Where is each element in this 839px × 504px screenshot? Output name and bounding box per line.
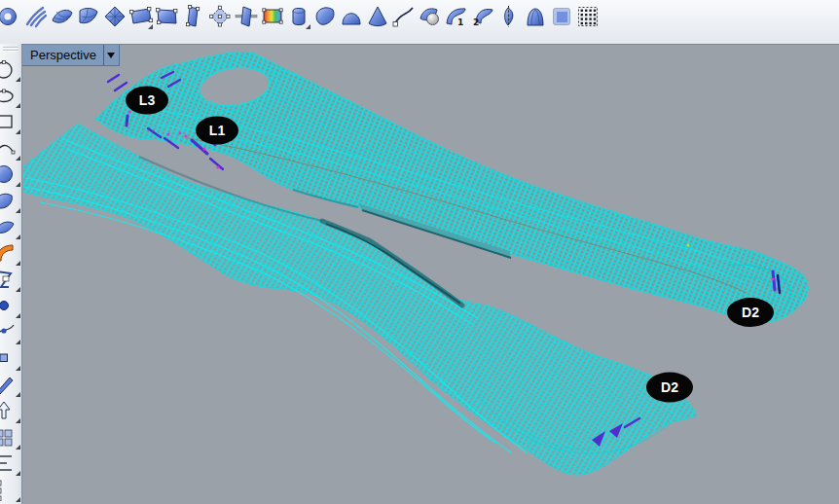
sidebar-icon-distribute[interactable] [0,478,21,504]
svg-text:L1: L1 [209,123,226,138]
toolbar-icon-surface-ring[interactable] [0,2,22,31]
toolbar-icon-plane-vertical[interactable] [180,2,206,31]
label-D2-lower[interactable]: D2 [646,373,693,403]
toolbar-icon-extrude-straight[interactable] [285,2,311,31]
toolbar-icon-ribbon-from-curve[interactable] [390,2,417,31]
viewport-title-bar[interactable]: Perspective [22,45,120,66]
sidebar-icon-arc[interactable] [0,136,21,162]
sidebar-icon-fillet[interactable] [0,241,21,268]
left-toolbar [0,44,22,504]
perspective-viewport[interactable]: Perspective [21,44,839,504]
svg-text:1: 1 [457,18,463,27]
point-marker-green [686,243,689,246]
3d-scene-canvas[interactable]: L3 L1 D2 D2 [22,45,839,504]
top-toolbar: 1 2 [0,0,839,47]
sidebar-icon-circle[interactable] [0,57,21,84]
svg-text:2: 2 [473,18,479,27]
rhino-window: 1 2 Perspective [0,0,839,504]
toolbar-icon-surface-patch[interactable] [75,2,101,31]
svg-text:L3: L3 [139,92,156,108]
toolbar-icon-rail-revolve[interactable] [522,2,548,31]
svg-text:D2: D2 [661,379,678,395]
toolbar-icon-extrude-tapered[interactable] [364,2,390,31]
sidebar-icon-point[interactable] [0,294,21,320]
toolbar-icon-heightfield-from-image[interactable] [259,2,285,31]
sidebar-icon-array[interactable] [0,425,21,451]
sidebar-icon-sphere[interactable] [0,162,21,189]
svg-text:D2: D2 [742,305,759,320]
toolbar-icon-sweep-1-rail[interactable]: 1 [443,2,469,31]
label-L1[interactable]: L1 [196,117,238,145]
sidebar-icon-trim[interactable] [0,268,21,294]
toolbar-icon-surface-from-point-grid[interactable] [574,2,601,31]
sidebar-icon-move[interactable] [0,399,21,425]
sidebar-icon-point-on-curve[interactable] [0,320,21,346]
toolbar-drag-handle[interactable] [3,47,18,55]
label-L3[interactable]: L3 [126,87,168,115]
sidebar-icon-solid-blob[interactable] [0,189,21,215]
viewport-menu-button[interactable] [103,45,119,65]
sidebar-icon-freeform-surface[interactable] [0,215,21,241]
sidebar-icon-ellipse[interactable] [0,84,21,110]
toolbar-icon-surface-from-curve-network[interactable] [49,2,75,31]
toolbar-icon-plane-3-point[interactable] [154,2,180,31]
toolbar-icon-plane-corner-to-corner[interactable] [128,2,154,31]
viewport-title[interactable]: Perspective [22,45,103,65]
sidebar-icon-polyline-pencil[interactable] [0,373,21,399]
toolbar-icon-sweep-2-rails[interactable]: 2 [469,2,495,31]
toolbar-icon-cutting-plane[interactable] [233,2,259,31]
sidebar-icon-control-points[interactable] [0,346,21,373]
toolbar-icon-drape-surface[interactable] [548,2,574,31]
toolbar-icon-extrude-to-point[interactable] [338,2,364,31]
toolbar-icon-extrude-spray[interactable] [22,2,49,31]
toolbar-icon-blend-surface[interactable] [417,2,443,31]
chevron-down-icon [107,53,115,62]
toolbar-icon-revolve[interactable] [495,2,522,31]
sidebar-icon-rectangle[interactable] [0,110,21,136]
sidebar-icon-align[interactable] [0,451,21,478]
label-D2-upper[interactable]: D2 [727,298,774,327]
toolbar-icon-surface-from-mesh[interactable] [101,2,128,31]
toolbar-icon-surface-from-points[interactable] [206,2,233,31]
toolbar-icon-extrude-along-curve[interactable] [311,2,338,31]
